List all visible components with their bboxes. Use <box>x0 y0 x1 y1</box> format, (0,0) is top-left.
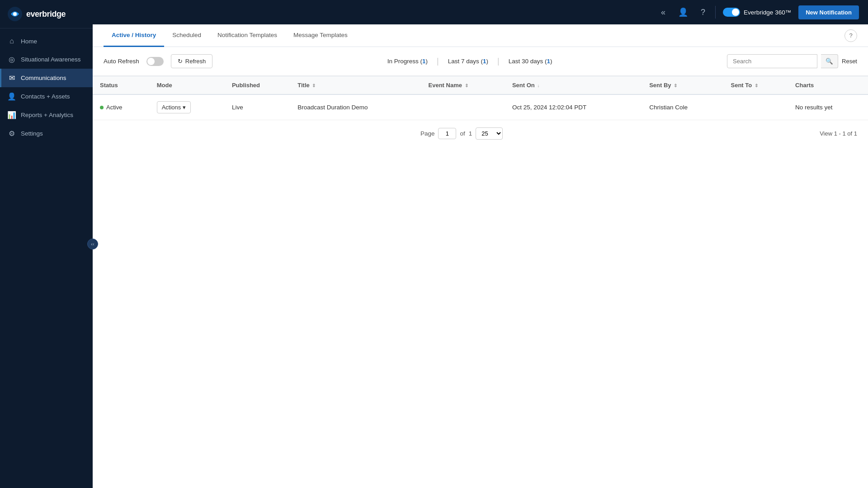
tab-help-icon[interactable]: ? <box>844 29 857 42</box>
cell-charts: No results yet <box>788 94 868 120</box>
tab-active-history[interactable]: Active / History <box>104 24 164 47</box>
tab-scheduled[interactable]: Scheduled <box>164 24 209 47</box>
filter-in-progress-label: In Progress <box>387 58 419 65</box>
tabs-right: ? <box>844 29 857 42</box>
toolbar-left: Auto Refresh ↻ Refresh <box>104 54 212 68</box>
sidebar-nav: ⌂ Home ◎ Situational Awareness ✉ Communi… <box>0 28 93 488</box>
brand-label: Everbridge 360™ <box>744 9 791 16</box>
settings-icon: ⚙ <box>7 129 16 138</box>
brand-toggle: Everbridge 360™ <box>723 8 791 17</box>
col-header-sent-on[interactable]: Sent On ↓ <box>505 76 642 95</box>
status-dot-active <box>100 106 104 109</box>
new-notification-button[interactable]: New Notification <box>798 5 859 19</box>
sidebar-item-home[interactable]: ⌂ Home <box>0 32 93 50</box>
content-area: Active / History Scheduled Notification … <box>93 24 868 488</box>
actions-button[interactable]: Actions ▾ <box>157 101 191 113</box>
header-divider <box>715 6 716 19</box>
auto-refresh-label: Auto Refresh <box>104 58 139 65</box>
cell-title: Broadcast Duration Demo <box>290 94 421 120</box>
col-header-sent-to[interactable]: Sent To ⇕ <box>724 76 788 95</box>
sidebar-item-reports-analytics[interactable]: 📊 Reports + Analytics <box>0 106 93 124</box>
pagination-center: Page of 1 25 50 100 <box>420 127 503 140</box>
toolbar-search: 🔍 Reset <box>727 54 857 68</box>
filter-separator-1: | <box>437 56 439 66</box>
svg-point-1 <box>13 12 17 16</box>
filter-last-30-days[interactable]: Last 30 days (1) <box>509 58 552 65</box>
sidebar-label-settings: Settings <box>21 130 43 137</box>
cell-status: Active <box>93 94 150 120</box>
sidebar-label-contacts-assets: Contacts + Assets <box>21 93 70 100</box>
sidebar-label-reports-analytics: Reports + Analytics <box>21 112 73 118</box>
filter-last-7-label: Last 7 days <box>448 58 479 65</box>
col-header-charts: Charts <box>788 76 868 95</box>
table-header-row: Status Mode Published Title ⇕ Event Name… <box>93 76 868 95</box>
col-header-title[interactable]: Title ⇕ <box>290 76 421 95</box>
of-label: of <box>460 130 465 137</box>
help-icon[interactable]: ? <box>698 6 708 19</box>
situational-awareness-icon: ◎ <box>7 55 16 64</box>
event-sort-icon: ⇕ <box>465 83 468 88</box>
toolbar-filters: In Progress (1) | Last 7 days (1) | Last… <box>387 56 552 66</box>
sent-to-sort-icon: ⇕ <box>755 83 758 88</box>
notifications-table: Status Mode Published Title ⇕ Event Name… <box>93 76 868 120</box>
reset-link[interactable]: Reset <box>842 58 857 65</box>
filter-separator-2: | <box>497 56 500 66</box>
filter-last-30-count: 1 <box>547 58 551 65</box>
search-input[interactable] <box>727 54 817 68</box>
reports-icon: 📊 <box>7 111 16 119</box>
tabs-left: Active / History Scheduled Notification … <box>104 24 356 47</box>
sidebar-label-home: Home <box>21 38 37 45</box>
user-icon[interactable]: 👤 <box>675 5 691 19</box>
col-header-sent-by[interactable]: Sent By ⇕ <box>642 76 723 95</box>
filter-last-7-days[interactable]: Last 7 days (1) <box>448 58 488 65</box>
collapse-icon[interactable]: « <box>658 6 668 19</box>
sent-by-sort-icon: ⇕ <box>674 83 677 88</box>
pagination-bar: Page of 1 25 50 100 View 1 - 1 of 1 <box>93 120 868 147</box>
sent-on-sort-icon: ↓ <box>537 83 539 88</box>
cell-sent-by: Christian Cole <box>642 94 723 120</box>
page-label: Page <box>420 130 435 137</box>
communications-icon: ✉ <box>7 74 16 82</box>
logo-text: everbridge <box>26 9 66 19</box>
page-number-input[interactable] <box>438 128 456 139</box>
page-total: 1 <box>469 130 472 137</box>
filter-in-progress-count: 1 <box>422 58 426 65</box>
title-sort-icon: ⇕ <box>312 83 316 88</box>
cell-event-name <box>421 94 505 120</box>
cell-mode: Live <box>225 94 290 120</box>
home-icon: ⌂ <box>7 37 16 45</box>
auto-refresh-toggle[interactable] <box>146 57 164 66</box>
tabs-bar: Active / History Scheduled Notification … <box>93 24 868 47</box>
refresh-label: Refresh <box>185 58 206 65</box>
cell-sent-on: Oct 25, 2024 12:02:04 PDT <box>505 94 642 120</box>
per-page-select[interactable]: 25 50 100 <box>476 127 503 140</box>
sidebar-item-settings[interactable]: ⚙ Settings <box>0 124 93 143</box>
view-range: View 1 - 1 of 1 <box>820 130 857 137</box>
sidebar-item-situational-awareness[interactable]: ◎ Situational Awareness <box>0 50 93 69</box>
col-header-event-name[interactable]: Event Name ⇕ <box>421 76 505 95</box>
status-badge: Active <box>100 104 142 111</box>
sidebar-label-communications: Communications <box>21 75 66 81</box>
col-header-published: Published <box>225 76 290 95</box>
sidebar-collapse-button[interactable]: ‹‹ <box>87 239 98 249</box>
sidebar: everbridge ⌂ Home ◎ Situational Awarenes… <box>0 0 93 488</box>
brand-toggle-switch[interactable] <box>723 8 740 17</box>
actions-chevron-icon: ▾ <box>183 104 186 111</box>
search-button[interactable]: 🔍 <box>821 54 838 68</box>
tab-message-templates[interactable]: Message Templates <box>285 24 356 47</box>
sidebar-item-contacts-assets[interactable]: 👤 Contacts + Assets <box>0 87 93 106</box>
toolbar: Auto Refresh ↻ Refresh In Progress (1) |… <box>93 47 868 76</box>
refresh-icon: ↻ <box>178 58 183 65</box>
table-row: Active Actions ▾ Live Broadcast Duration… <box>93 94 868 120</box>
status-text: Active <box>106 104 122 111</box>
filter-in-progress[interactable]: In Progress (1) <box>387 58 428 65</box>
top-header: « 👤 ? Everbridge 360™ New Notification <box>93 0 868 24</box>
sidebar-label-situational-awareness: Situational Awareness <box>21 56 81 63</box>
col-header-mode: Mode <box>150 76 225 95</box>
sidebar-item-communications[interactable]: ✉ Communications <box>0 69 93 87</box>
col-header-status: Status <box>93 76 150 95</box>
sidebar-logo: everbridge <box>0 0 93 28</box>
refresh-button[interactable]: ↻ Refresh <box>171 54 213 68</box>
tab-notification-templates[interactable]: Notification Templates <box>209 24 285 47</box>
contacts-icon: 👤 <box>7 92 16 101</box>
